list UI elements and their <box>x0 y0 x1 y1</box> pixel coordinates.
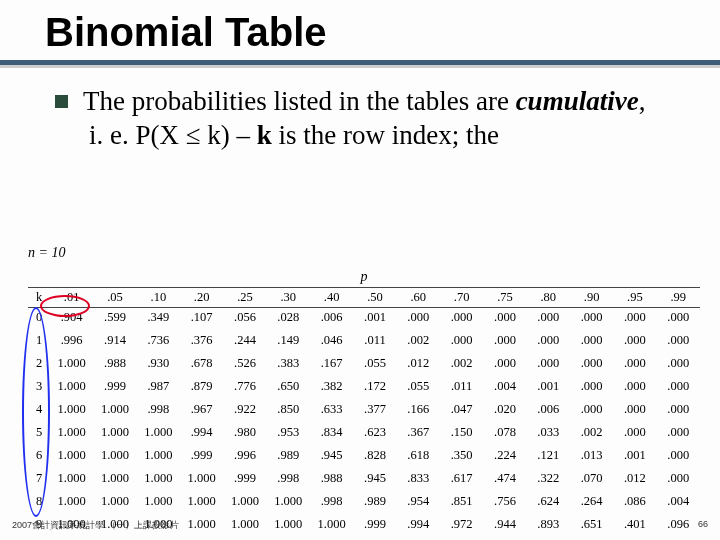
value-cell: .121 <box>527 446 570 465</box>
value-cell: 1.000 <box>50 423 93 442</box>
value-cell: 1.000 <box>93 423 136 442</box>
title-area: Binomial Table <box>30 10 690 55</box>
table-row: 51.0001.0001.000.994.980.953.834.623.367… <box>28 423 700 442</box>
value-cell: .000 <box>613 400 656 419</box>
p-col-3: .20 <box>180 288 223 308</box>
value-cell: 1.000 <box>137 423 180 442</box>
value-cell: .350 <box>440 446 483 465</box>
n-label: n = 10 <box>28 245 700 261</box>
value-cell: .633 <box>310 400 353 419</box>
value-cell: .599 <box>93 308 136 328</box>
table-row: 71.0001.0001.0001.000.999.998.988.945.83… <box>28 469 700 488</box>
value-cell: 1.000 <box>93 446 136 465</box>
value-cell: .004 <box>657 492 700 511</box>
value-cell: .150 <box>440 423 483 442</box>
table-header-row: k .01 .05 .10 .20 .25 .30 .40 .50 .60 .7… <box>28 288 700 308</box>
value-cell: .834 <box>310 423 353 442</box>
value-cell: .000 <box>657 400 700 419</box>
value-cell: .011 <box>440 377 483 396</box>
table-row: 61.0001.0001.000.999.996.989.945.828.618… <box>28 446 700 465</box>
footer-right: 66 <box>698 519 708 532</box>
value-cell: .000 <box>657 354 700 373</box>
value-cell: .000 <box>613 354 656 373</box>
square-bullet-icon <box>55 95 68 108</box>
value-cell: 1.000 <box>93 400 136 419</box>
p-col-5: .30 <box>267 288 310 308</box>
value-cell: 1.000 <box>267 492 310 511</box>
value-cell: .349 <box>137 308 180 328</box>
p-col-8: .60 <box>397 288 440 308</box>
value-cell: .000 <box>657 446 700 465</box>
value-cell: .000 <box>527 308 570 328</box>
slide-title: Binomial Table <box>30 10 690 55</box>
value-cell: .172 <box>353 377 396 396</box>
value-cell: 1.000 <box>93 469 136 488</box>
value-cell: .999 <box>93 377 136 396</box>
footer: 2007會計資訊系統計學 （一）上課投影片 66 <box>12 519 708 532</box>
value-cell: .945 <box>353 469 396 488</box>
value-cell: .945 <box>310 446 353 465</box>
value-cell: .028 <box>267 308 310 328</box>
value-cell: .000 <box>527 331 570 350</box>
value-cell: .012 <box>613 469 656 488</box>
value-cell: .376 <box>180 331 223 350</box>
p-col-11: .80 <box>527 288 570 308</box>
value-cell: .989 <box>267 446 310 465</box>
value-cell: .046 <box>310 331 353 350</box>
value-cell: .000 <box>657 377 700 396</box>
value-cell: .678 <box>180 354 223 373</box>
body-line2c: is the row index; the <box>272 120 499 150</box>
value-cell: .000 <box>613 423 656 442</box>
value-cell: .000 <box>483 354 526 373</box>
value-cell: .006 <box>310 308 353 328</box>
value-cell: .617 <box>440 469 483 488</box>
value-cell: .000 <box>527 354 570 373</box>
value-cell: .650 <box>267 377 310 396</box>
value-cell: .000 <box>570 377 613 396</box>
table-grid: k .01 .05 .10 .20 .25 .30 .40 .50 .60 .7… <box>28 287 700 538</box>
p-col-9: .70 <box>440 288 483 308</box>
body-line1c: , <box>639 86 646 116</box>
value-cell: .000 <box>657 469 700 488</box>
value-cell: .000 <box>613 331 656 350</box>
table-row: 81.0001.0001.0001.0001.0001.000.998.989.… <box>28 492 700 511</box>
value-cell: 1.000 <box>50 354 93 373</box>
value-cell: .879 <box>180 377 223 396</box>
value-cell: .070 <box>570 469 613 488</box>
title-underline <box>0 60 720 65</box>
value-cell: .000 <box>570 400 613 419</box>
footer-left: 2007會計資訊系統計學 （一）上課投影片 <box>12 519 179 532</box>
value-cell: .474 <box>483 469 526 488</box>
value-cell: .377 <box>353 400 396 419</box>
value-cell: .012 <box>397 354 440 373</box>
value-cell: .149 <box>267 331 310 350</box>
slide: Binomial Table The probabilities listed … <box>0 0 720 540</box>
value-cell: .244 <box>223 331 266 350</box>
table-row: 31.000.999.987.879.776.650.382.172.055.0… <box>28 377 700 396</box>
value-cell: .000 <box>657 308 700 328</box>
value-cell: .988 <box>93 354 136 373</box>
body-line2a: i. e. P(X ≤ k) – <box>83 120 257 150</box>
p-col-2: .10 <box>137 288 180 308</box>
value-cell: .996 <box>223 446 266 465</box>
binomial-table: n = 10 p k .01 .05 .10 .20 .25 .30 .40 .… <box>28 245 700 538</box>
value-cell: .004 <box>483 377 526 396</box>
value-cell: .988 <box>310 469 353 488</box>
value-cell: .002 <box>440 354 483 373</box>
p-col-10: .75 <box>483 288 526 308</box>
value-cell: 1.000 <box>137 446 180 465</box>
value-cell: .756 <box>483 492 526 511</box>
value-cell: .618 <box>397 446 440 465</box>
value-cell: .000 <box>483 308 526 328</box>
value-cell: .033 <box>527 423 570 442</box>
value-cell: .000 <box>570 331 613 350</box>
value-cell: .055 <box>353 354 396 373</box>
value-cell: .526 <box>223 354 266 373</box>
value-cell: .954 <box>397 492 440 511</box>
value-cell: .086 <box>613 492 656 511</box>
value-cell: 1.000 <box>50 377 93 396</box>
body-k: k <box>257 120 272 150</box>
value-cell: .994 <box>180 423 223 442</box>
value-cell: 1.000 <box>50 469 93 488</box>
value-cell: .850 <box>267 400 310 419</box>
